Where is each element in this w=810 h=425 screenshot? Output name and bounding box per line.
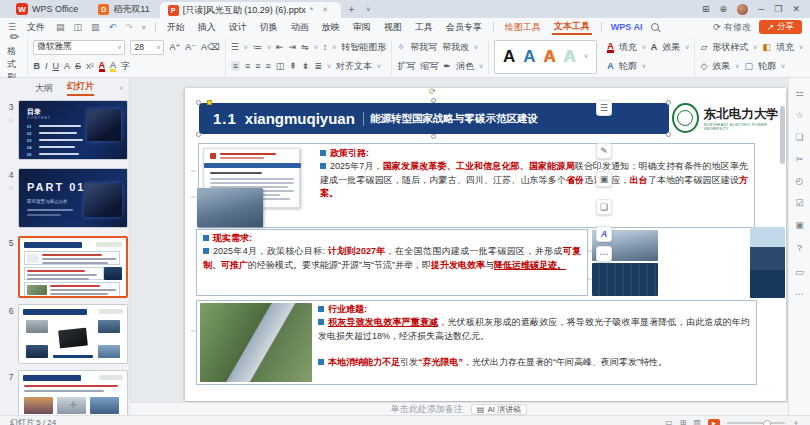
tab-list-caret-icon[interactable]: ˅ [361, 6, 375, 13]
font-size-select[interactable]: 28˅ [130, 40, 164, 55]
decrease-font-button[interactable]: A⁻ [185, 42, 196, 52]
art-style-1[interactable]: A [503, 47, 515, 67]
floating-edit-button[interactable]: ✎ [596, 143, 612, 159]
floating-more-button[interactable]: ⋯ [596, 246, 612, 262]
new-tab-button[interactable]: ＋ [341, 2, 361, 16]
editing-canvas[interactable]: 1.1 xiangmuqiyuan 能源转型国家战略与零碳示范区建设 ⟳ 东北电… [130, 78, 788, 402]
superscript-button[interactable]: X² [86, 62, 94, 71]
tab-drawing-tools[interactable]: 绘图工具 [503, 21, 543, 34]
clear-format-button[interactable]: A⌫ [201, 42, 220, 52]
view-normal-icon[interactable]: ▭ [665, 418, 673, 425]
align-center-button[interactable]: ≡ [245, 61, 250, 71]
polish-button[interactable]: 润色 [456, 60, 474, 73]
panel-more-icon[interactable]: ⋯ [795, 289, 804, 299]
smart-graphic-button[interactable]: 转智能图形 [341, 41, 386, 54]
increase-indent-button[interactable]: ⇥ [289, 42, 297, 52]
restore-button[interactable]: ❐ [774, 4, 782, 14]
font-color-button[interactable]: A [99, 60, 106, 72]
art-text-gallery[interactable]: A A A A ˅ [494, 40, 597, 74]
shape-outline-button[interactable]: 轮廓 [758, 60, 776, 73]
resize-arrows-icon[interactable]: ⇔ [585, 246, 593, 255]
shape-effect-button[interactable]: 效果 [712, 60, 730, 73]
docer-tab[interactable]: D 稻壳双11 [88, 0, 159, 18]
panel-comment-icon[interactable]: ▭ [795, 267, 804, 277]
more-history-caret-icon[interactable]: ˅ [142, 24, 146, 31]
add-slide-button[interactable]: ＋ [18, 396, 128, 414]
selection-handle[interactable] [666, 132, 671, 137]
text-direction-button[interactable]: ⇋ [301, 42, 309, 52]
selection-handle[interactable] [666, 100, 671, 105]
bold-button[interactable]: B [33, 61, 40, 71]
tab-design[interactable]: 设计 [227, 21, 249, 34]
adjust-handle[interactable] [207, 100, 212, 105]
gallery-caret-icon[interactable]: ˅ [584, 53, 588, 60]
align-left-button[interactable]: ≡ [231, 61, 240, 71]
panel-check-icon[interactable]: ☑ [795, 198, 803, 208]
justify-button[interactable]: ≡ [266, 61, 271, 71]
panel-layers-icon[interactable]: ❏ [795, 132, 803, 142]
zoom-in-button[interactable]: ＋ [792, 417, 800, 425]
shorten-text-button[interactable]: 缩写 [420, 60, 438, 73]
tab-home[interactable]: 开始 [165, 21, 187, 34]
slide-thumbnail-3[interactable]: 目录 CONTENT 0102030405 [18, 100, 128, 160]
wps-home-tab[interactable]: W WPS Office [6, 0, 88, 18]
selection-handle[interactable] [431, 134, 436, 139]
format-painter-button[interactable]: ✏ 格式刷 [2, 38, 28, 75]
panel-help-icon[interactable]: ？ [795, 242, 804, 255]
ai-rewrite-button[interactable]: 帮我改 [442, 41, 469, 54]
tab-slideshow[interactable]: 放映 [320, 21, 342, 34]
canvas-scrollbar[interactable] [780, 106, 785, 164]
view-reading-icon[interactable]: ▥ [693, 418, 701, 425]
shape-fill-button[interactable]: 填充 [776, 41, 794, 54]
undo-icon[interactable]: ↶ [109, 22, 117, 32]
highlight-color-button[interactable]: A [110, 60, 116, 72]
slideshow-play-button[interactable]: ▶ [708, 419, 720, 425]
slide-thumbnail-5-current[interactable] [18, 236, 128, 298]
decrease-indent-button[interactable]: ⇤ [276, 42, 284, 52]
floating-copy-button[interactable]: ❏ [596, 199, 612, 215]
tab-insert[interactable]: 插入 [196, 21, 218, 34]
tab-transition[interactable]: 切换 [258, 21, 280, 34]
close-button[interactable]: ✕ [792, 4, 800, 14]
print-icon[interactable]: ▥ [91, 22, 100, 32]
font-name-select[interactable]: 微软雅黑˅ [33, 40, 125, 55]
panel-favorites-icon[interactable]: ☆ [795, 110, 803, 120]
italic-button[interactable]: I [45, 61, 48, 71]
paragraph-dialog-button[interactable]: ≣ [314, 61, 322, 71]
spacing-after-button[interactable]: ⇟ [302, 61, 310, 71]
globe-icon[interactable]: ⊕ [719, 4, 727, 14]
menu-file[interactable]: 文件 [25, 21, 47, 34]
char-spacing-button[interactable]: A [64, 61, 70, 71]
tab-review[interactable]: 审阅 [351, 21, 373, 34]
tab-animation[interactable]: 动画 [289, 21, 311, 34]
collapse-panel-icon[interactable]: ‹ [120, 83, 123, 93]
text-outline-button[interactable]: 轮廓 [619, 60, 637, 73]
user-avatar[interactable] [737, 4, 748, 15]
panel-selection-icon[interactable]: ▣ [795, 220, 804, 230]
expand-text-button[interactable]: 扩写 [397, 60, 415, 73]
redo-icon[interactable]: ↷ [125, 22, 133, 32]
bullet-list-button[interactable]: ☰ [231, 42, 239, 52]
floating-wps-ai-button[interactable]: A [596, 226, 612, 242]
selection-handle[interactable] [431, 98, 436, 103]
tab-tools[interactable]: 工具 [413, 21, 435, 34]
share-button[interactable]: ↗ 分享 [759, 20, 802, 34]
document-tab[interactable]: P [只读]风光互助 (10.29) (6).pptx * ✕ [160, 2, 341, 18]
text-effect-button[interactable]: 效果 [662, 41, 680, 54]
slide-thumbnail-4[interactable]: PART 01 研究背景与痛点分析 [18, 168, 128, 228]
tab-member[interactable]: 会员专享 [444, 21, 484, 34]
export-icon[interactable]: ◫ [74, 22, 83, 32]
line-spacing-button[interactable]: ↕ [323, 42, 328, 52]
minimize-button[interactable]: ─ [758, 4, 764, 14]
art-style-3[interactable]: A [544, 47, 556, 67]
increase-font-button[interactable]: A⁺ [169, 42, 180, 52]
panel-properties-icon[interactable]: ⚍ [795, 88, 803, 98]
ai-write-button[interactable]: 帮我写 [410, 41, 437, 54]
tab-view[interactable]: 视图 [382, 21, 404, 34]
notes-placeholder[interactable]: 单击此处添加备注 [391, 403, 463, 416]
modified-status[interactable]: 有修改 [724, 21, 751, 34]
shape-style-button[interactable]: 形状样式 [712, 41, 748, 54]
numbered-list-button[interactable]: ≔ [253, 42, 262, 52]
selection-handle[interactable] [196, 100, 201, 105]
search-icon[interactable] [651, 23, 659, 31]
